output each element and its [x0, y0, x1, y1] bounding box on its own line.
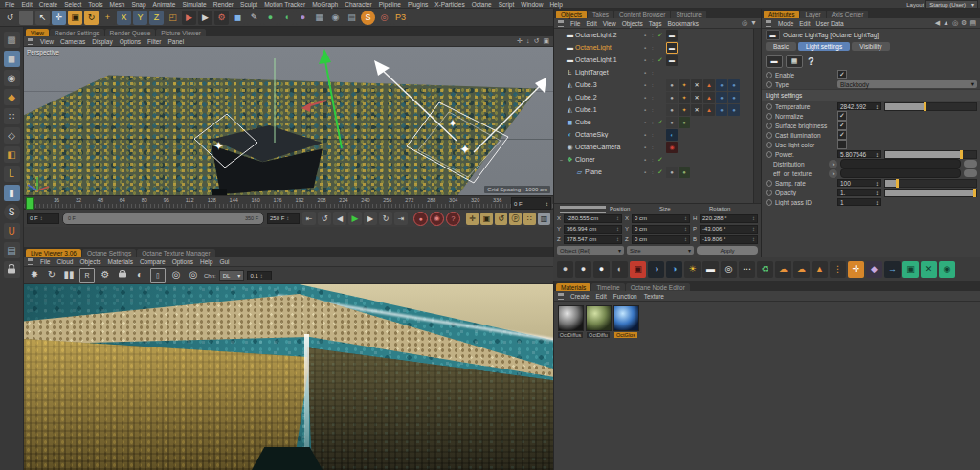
live-viewer-menu-item[interactable]: Options — [172, 258, 193, 265]
octane-scatter-icon[interactable]: ♻ — [757, 261, 773, 278]
record-scale-icon[interactable]: ▣ — [480, 213, 493, 225]
viewport-menu-item[interactable]: Display — [92, 38, 112, 45]
opacity-input[interactable]: 1.↕ — [837, 189, 881, 196]
lock-workplane-icon[interactable] — [4, 261, 20, 278]
materials-tab[interactable]: Octane Node Editor — [626, 283, 690, 291]
object-tag[interactable]: ✦ — [679, 79, 690, 91]
live-viewer-menu-item[interactable]: Cloud — [56, 258, 73, 265]
octane-light-pin-icon[interactable]: ◉ — [939, 261, 955, 278]
octane-specular-material-icon[interactable]: ● — [593, 261, 610, 278]
visibility-toggle[interactable]: ▪ — [644, 107, 652, 113]
object-row-octanecamera[interactable]: ◉ OctaneCamera ▪ : ◉ — [554, 141, 755, 153]
object-tag[interactable]: ● — [666, 167, 678, 178]
editor-render-dots[interactable]: : — [652, 132, 657, 138]
arealight-shape-button[interactable]: ▬ — [766, 55, 783, 68]
octane-convert-icon[interactable]: → — [884, 261, 901, 278]
octane-targetted-arealight-icon[interactable]: ◎ — [721, 261, 737, 278]
object-tag[interactable]: ● — [666, 104, 678, 116]
size-x-input[interactable]: 0 cm↕ — [632, 214, 690, 223]
expand-icon[interactable]: − — [558, 157, 565, 163]
undo-history-box[interactable] — [19, 11, 33, 25]
rotation-b-input[interactable]: -19.806 °↕ — [700, 235, 758, 244]
region-render-icon[interactable]: R — [79, 268, 95, 283]
object-tree-scrollbar[interactable] — [753, 29, 761, 203]
panel-menu-icon[interactable] — [28, 38, 33, 45]
visibility-toggle[interactable]: ▪ — [644, 157, 652, 163]
menu-item[interactable]: Mesh — [109, 1, 124, 8]
polygons-mode-icon[interactable]: ◧ — [4, 146, 20, 163]
cast-illumination-checkbox[interactable]: ✓ — [837, 130, 847, 140]
distribution-browse-button[interactable] — [964, 160, 977, 168]
material-octglos[interactable]: OctGlos — [613, 305, 638, 338]
object-manager-menu-item[interactable]: View — [603, 20, 616, 27]
sampling-rate-slider[interactable] — [884, 179, 977, 188]
object-tag[interactable]: ▲ — [703, 79, 715, 91]
current-frame-input[interactable]: 0 F↕ — [27, 213, 59, 224]
viewport-menu-item[interactable]: Options — [120, 38, 141, 45]
octane-metallic-material-icon[interactable]: ◐ — [612, 261, 628, 278]
octane-object-tag-icon[interactable]: ▲ — [812, 261, 828, 278]
menu-item[interactable]: Tools — [88, 1, 102, 8]
octane-dirt-icon[interactable]: ⋮ — [830, 261, 846, 278]
surface-brightness-checkbox[interactable]: ✓ — [837, 121, 847, 130]
size-y-input[interactable]: 0 cm↕ — [632, 225, 690, 234]
list-icon[interactable]: ▤ — [969, 19, 976, 27]
panel-menu-icon[interactable] — [28, 258, 33, 265]
power-slider[interactable] — [884, 150, 977, 159]
object-name[interactable]: OctaneSky — [575, 131, 644, 138]
menu-item[interactable]: Motion Tracker — [264, 1, 305, 8]
anim-dot[interactable] — [766, 142, 772, 148]
spotlight-shape-button[interactable]: ▦ — [786, 55, 803, 68]
opacity-slider[interactable] — [884, 189, 977, 197]
attributes-menu-item[interactable]: User Data — [815, 20, 843, 27]
object-tag[interactable]: ✦ — [679, 92, 690, 103]
object-tag[interactable]: ▲ — [703, 92, 715, 103]
octane-environment-icon[interactable]: ◑ — [648, 261, 664, 278]
octane-geometry-icon[interactable]: ▣ — [902, 261, 919, 278]
lock-z-axis[interactable]: Z — [149, 11, 164, 25]
object-tag[interactable]: ● — [716, 92, 727, 103]
live-viewer-menu-item[interactable]: Objects — [79, 258, 100, 265]
history-up-icon[interactable]: ▲ — [943, 19, 949, 27]
editor-render-dots[interactable]: : — [652, 107, 657, 113]
object-tag[interactable]: ● — [728, 92, 740, 103]
viewport-menu-item[interactable]: Filter — [147, 38, 161, 45]
stepper-icon[interactable]: ↕ — [546, 201, 548, 207]
live-viewer-tab[interactable]: Octane Texture Manager — [137, 249, 214, 257]
keyframe-help-icon[interactable]: ? — [446, 212, 460, 226]
magnify-icon[interactable]: ◎ — [377, 11, 391, 25]
play-icon[interactable]: ▶ — [348, 212, 362, 225]
eff-texture-browse-button[interactable] — [964, 169, 977, 177]
help-icon[interactable]: ? — [808, 56, 814, 67]
viewport-tab[interactable]: Render Queue — [105, 29, 156, 36]
layout-dropdown[interactable]: Startup (User)▾ — [925, 0, 978, 9]
clay-mode-icon[interactable]: ▯ — [150, 268, 166, 283]
position-y-input[interactable]: 366.994 cm↕ — [564, 225, 622, 234]
render-view-icon[interactable]: ▶ — [182, 11, 196, 25]
object-row-cloner[interactable]: − ❖ Cloner ▪ : ✓ — [554, 153, 755, 166]
octane-diffuse-material-icon[interactable]: ● — [557, 261, 573, 278]
keyframe-selection-icon[interactable]: ▥ — [538, 213, 550, 225]
link-chevron-icon[interactable]: › — [829, 169, 837, 178]
settings-icon[interactable]: ⚙ — [961, 19, 967, 27]
object-tag[interactable]: ◉ — [666, 142, 678, 153]
texture-mode-icon[interactable]: ◉ — [4, 70, 20, 86]
menu-item[interactable]: File — [5, 1, 14, 8]
visibility-toggle[interactable]: ▪ — [644, 57, 652, 63]
magnet-icon[interactable]: U — [4, 223, 20, 239]
menu-item[interactable]: Sculpt — [240, 1, 257, 8]
model-mode-icon[interactable]: ◼ — [4, 51, 20, 67]
octane-hdri-environment-icon[interactable]: ◑ — [666, 261, 682, 278]
render-result-canvas[interactable] — [24, 284, 553, 470]
lock-x-axis[interactable]: X — [117, 11, 131, 25]
viewport-tab[interactable]: View — [26, 29, 49, 36]
viewport-menu-item[interactable]: View — [40, 38, 54, 45]
loop-icon[interactable]: ↺ — [318, 212, 331, 225]
object-name[interactable]: Cube — [575, 119, 644, 125]
pick-material-icon[interactable]: ◎ — [169, 268, 183, 281]
enable-checkbox[interactable]: ✓ — [837, 70, 847, 79]
current-frame-marker[interactable] — [26, 197, 34, 210]
object-row-plane[interactable]: ▱ Plane ▪ : ✓ ●● — [554, 166, 755, 178]
object-tag[interactable]: ▬ — [666, 42, 678, 54]
object-name[interactable]: LightTarget — [575, 69, 644, 76]
